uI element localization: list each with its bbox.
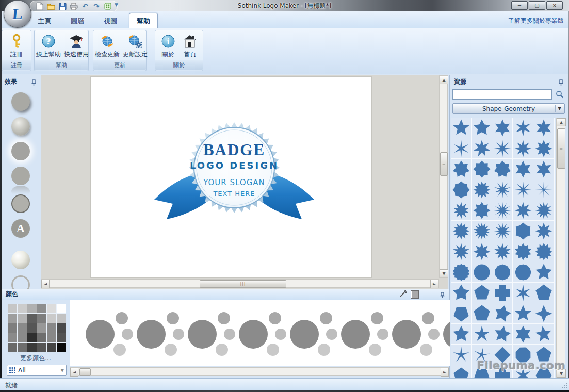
ribbon-button-key[interactable]: 註冊 — [7, 32, 26, 60]
shape-item-star10[interactable] — [451, 241, 471, 262]
shape-item-star5[interactable] — [472, 324, 492, 344]
color-filter-dropdown[interactable]: All ▼ — [7, 365, 67, 376]
shape-item-star4[interactable] — [533, 303, 554, 323]
print-icon[interactable] — [70, 2, 78, 10]
shape-item-star10[interactable] — [451, 200, 471, 220]
shape-item-star12[interactable] — [492, 200, 512, 220]
color-swatch[interactable] — [57, 333, 66, 342]
shape-item-polygon5[interactable] — [451, 365, 471, 378]
color-swatch[interactable] — [37, 323, 46, 333]
color-swatch[interactable] — [47, 343, 56, 352]
shape-item-star6[interactable] — [533, 159, 554, 179]
shape-item-polygon12[interactable] — [513, 262, 533, 282]
shape-item-star10[interactable] — [513, 241, 533, 262]
canvas-page[interactable]: BADGE LOGO DESIGN YOUR SLOGAN TEXT HERE — [90, 76, 372, 278]
more-colors-link[interactable]: 更多顏色... — [2, 354, 70, 363]
color-swatch[interactable] — [37, 304, 46, 313]
effect-text-thumb[interactable]: A — [11, 219, 30, 238]
canvas-area[interactable]: BADGE LOGO DESIGN YOUR SLOGAN TEXT HERE … — [41, 75, 448, 289]
shape-item-star8[interactable] — [451, 179, 471, 200]
tab-view[interactable]: 視圖 — [96, 13, 125, 28]
scroll-left-icon[interactable]: ◄ — [41, 280, 50, 288]
resize-grip[interactable] — [561, 382, 567, 388]
color-swatch[interactable] — [57, 304, 66, 313]
tab-help[interactable]: 幫助 — [129, 13, 158, 28]
shape-item-star5[interactable] — [451, 283, 471, 303]
shapes-vscroll-thumb[interactable]: ≡ — [557, 128, 565, 169]
shape-item-star5[interactable] — [513, 303, 533, 323]
shape-item-polygon5[interactable] — [451, 303, 471, 323]
shape-item-star7[interactable] — [472, 138, 492, 158]
shape-item-star7[interactable] — [451, 159, 471, 179]
pin-icon[interactable] — [558, 78, 564, 85]
app-menu-button[interactable]: L — [4, 0, 31, 28]
shape-item-star6[interactable] — [513, 159, 533, 179]
effect-bevel-thumb[interactable] — [11, 117, 30, 136]
shape-item-star12[interactable] — [533, 200, 554, 220]
shape-item-star5[interactable] — [451, 345, 471, 365]
current-color-swatch[interactable] — [411, 290, 419, 299]
scroll-up-icon[interactable]: ▲ — [557, 118, 566, 126]
shape-item-star5[interactable] — [533, 262, 554, 282]
shape-item-star8[interactable] — [472, 241, 492, 262]
color-swatch[interactable] — [47, 314, 56, 323]
scroll-right-icon[interactable]: ► — [441, 368, 449, 377]
scroll-up-icon[interactable]: ▲ — [440, 76, 448, 84]
color-swatch[interactable] — [18, 323, 27, 333]
canvas-hscroll-thumb[interactable]: ||| — [200, 280, 286, 288]
qat-more-icon[interactable]: ▼ — [115, 2, 118, 7]
shape-item-star8[interactable] — [533, 179, 554, 200]
tab-layers[interactable]: 圖層 — [63, 13, 92, 28]
color-swatch[interactable] — [57, 323, 66, 333]
color-swatch[interactable] — [18, 314, 27, 323]
shape-item-cross[interactable] — [492, 283, 512, 303]
effect-outline-thumb[interactable] — [11, 194, 30, 213]
scroll-right-icon[interactable]: ► — [430, 280, 438, 288]
maximize-button[interactable]: ▢ — [529, 1, 545, 10]
shape-item-star5[interactable] — [472, 118, 492, 138]
shape-item-star12[interactable] — [451, 221, 471, 241]
shape-item-star8[interactable] — [533, 138, 554, 158]
search-icon[interactable] — [555, 90, 564, 99]
ribbon-button-graduate[interactable]: 快速使用 — [62, 32, 90, 60]
color-swatch[interactable] — [8, 333, 17, 342]
close-button[interactable]: × — [546, 1, 563, 10]
open-folder-icon[interactable] — [47, 2, 55, 10]
scroll-left-icon[interactable]: ◄ — [70, 368, 78, 377]
shape-item-star12[interactable] — [472, 179, 492, 200]
shape-item-star8[interactable] — [533, 221, 554, 241]
shape-item-circle[interactable] — [472, 262, 492, 282]
shape-item-star8[interactable] — [472, 200, 492, 220]
color-swatch[interactable] — [27, 323, 37, 333]
pin-icon[interactable] — [440, 291, 445, 298]
shape-item-star8[interactable] — [513, 138, 533, 158]
shape-item-star10[interactable] — [492, 179, 512, 200]
scroll-down-icon[interactable]: ▼ — [440, 269, 448, 277]
canvas-vscrollbar[interactable]: ▲ ≡ ▼ — [439, 75, 448, 278]
shape-item-star12[interactable] — [533, 241, 554, 262]
color-pattern-strip[interactable] — [70, 300, 450, 366]
ribbon-button-info[interactable]: i關於 — [159, 32, 177, 60]
color-swatch[interactable] — [27, 343, 37, 352]
color-swatch[interactable] — [37, 333, 46, 342]
ribbon-button-globe-refresh[interactable]: 檢查更新 — [93, 32, 121, 60]
color-swatch[interactable] — [8, 314, 17, 323]
new-document-icon[interactable] — [36, 2, 44, 10]
redo-icon[interactable]: ↷ — [92, 2, 101, 10]
shape-item-star6[interactable] — [513, 118, 533, 138]
tab-home[interactable]: 主頁 — [30, 13, 59, 28]
shape-item-star5[interactable] — [451, 118, 471, 138]
shape-item-star5[interactable] — [533, 324, 554, 344]
shape-item-star5[interactable] — [492, 303, 512, 323]
save-icon[interactable] — [58, 2, 67, 10]
shape-item-star6[interactable] — [513, 324, 533, 344]
color-swatch[interactable] — [57, 314, 66, 323]
color-swatch[interactable] — [37, 314, 46, 323]
color-swatch[interactable] — [47, 333, 56, 342]
color-swatch[interactable] — [27, 304, 37, 313]
shape-item-star12[interactable] — [492, 221, 512, 241]
pin-icon[interactable] — [31, 78, 37, 85]
ribbon-button-home[interactable]: 首頁 — [181, 32, 199, 60]
shape-item-star6[interactable] — [451, 138, 471, 158]
shape-item-star5[interactable] — [472, 303, 492, 323]
